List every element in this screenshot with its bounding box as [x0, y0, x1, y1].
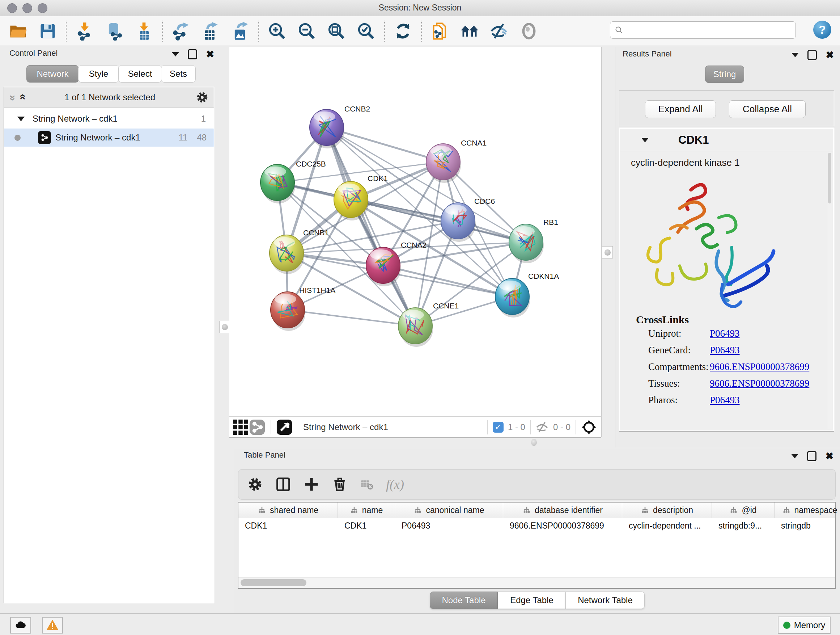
right-splitter-handle[interactable]: [602, 246, 613, 258]
gene-card-scrollbar[interactable]: [827, 152, 832, 429]
select-columns-icon[interactable]: [275, 477, 291, 492]
network-node-hist1h1a[interactable]: [271, 292, 305, 331]
export-network-icon[interactable]: [171, 21, 191, 41]
control-panel-float-icon[interactable]: [188, 49, 197, 59]
string-home-icon[interactable]: [459, 21, 480, 41]
table-cell[interactable]: stringdb:9...: [712, 518, 775, 533]
network-collection-row[interactable]: String Network – cdk1 1: [4, 110, 214, 128]
crosslink-link[interactable]: P06493: [710, 345, 740, 356]
node-label: CCNB2: [344, 105, 370, 113]
zoom-in-icon[interactable]: [267, 21, 287, 41]
level-of-detail-icon[interactable]: [519, 21, 539, 41]
horizontal-splitter-handle[interactable]: [531, 439, 537, 446]
network-edge[interactable]: [327, 127, 415, 326]
tab-string[interactable]: String: [705, 65, 744, 83]
hidden-eye-icon[interactable]: [536, 421, 549, 434]
node-label: HIST1H1A: [299, 286, 335, 295]
column-header[interactable]: @id: [712, 502, 775, 518]
crosslink-link[interactable]: 9606.ENSP00000378699: [710, 361, 809, 372]
column-header[interactable]: description: [622, 502, 712, 518]
help-icon[interactable]: ?: [813, 21, 831, 39]
column-header[interactable]: shared name: [238, 502, 338, 518]
column-header[interactable]: name: [338, 502, 395, 518]
collapse-all-button[interactable]: Collapse All: [729, 100, 806, 118]
fit-content-crosshair-icon[interactable]: [581, 419, 597, 435]
expand-all-button[interactable]: Expand All: [645, 100, 716, 118]
add-column-icon[interactable]: [303, 477, 319, 492]
table-panel-float-icon[interactable]: [807, 451, 816, 461]
table-cell[interactable]: CDK1: [338, 518, 395, 533]
memory-button[interactable]: Memory: [778, 616, 831, 634]
table-cell[interactable]: 9606.ENSP00000378699: [503, 518, 622, 533]
selected-checkbox-icon[interactable]: ✓: [493, 422, 504, 432]
search-input[interactable]: [623, 25, 791, 35]
share-network-icon[interactable]: [249, 419, 265, 435]
gene-card-header[interactable]: CDK1: [621, 129, 833, 151]
import-database-icon[interactable]: [104, 21, 125, 41]
export-table-icon[interactable]: [201, 21, 221, 41]
crosslink-link[interactable]: P06493: [710, 328, 740, 339]
import-network-icon[interactable]: [74, 21, 95, 41]
save-session-icon[interactable]: [38, 21, 58, 41]
table-cell[interactable]: stringdb: [775, 518, 840, 533]
zoom-selected-icon[interactable]: [356, 21, 376, 41]
tree-expand-icon[interactable]: [17, 117, 25, 121]
expand-all-icon[interactable]: »: [16, 95, 28, 100]
table-cell[interactable]: cyclin-dependent ...: [622, 518, 712, 533]
tab-edge-table[interactable]: Edge Table: [498, 592, 566, 609]
crosslink-link[interactable]: P06493: [710, 394, 740, 406]
export-image-icon[interactable]: [230, 21, 250, 41]
results-panel-close-icon[interactable]: ✖: [826, 51, 834, 59]
gear-icon[interactable]: [196, 91, 209, 104]
tab-style[interactable]: Style: [78, 65, 119, 82]
results-panel-float-icon[interactable]: [807, 50, 817, 60]
zoom-out-icon[interactable]: [297, 21, 317, 41]
import-table-icon[interactable]: [134, 21, 154, 41]
table-gear-icon[interactable]: [247, 477, 263, 492]
tab-select[interactable]: Select: [118, 65, 162, 82]
zoom-fit-icon[interactable]: [326, 21, 347, 41]
results-panel-menu-icon[interactable]: [791, 53, 799, 57]
network-node-ccne1[interactable]: [398, 308, 433, 347]
network-node-cdk1[interactable]: [334, 181, 369, 220]
open-session-icon[interactable]: [8, 21, 28, 41]
cloud-button[interactable]: [10, 617, 31, 633]
annotations-icon[interactable]: [430, 21, 450, 41]
node-label: CCNE1: [433, 302, 459, 310]
gene-collapse-icon[interactable]: [641, 138, 649, 142]
table-panel-menu-icon[interactable]: [791, 454, 798, 458]
control-panel-menu-icon[interactable]: [172, 52, 179, 57]
delete-column-icon[interactable]: [332, 477, 347, 492]
crosslink-link[interactable]: 9606.ENSP00000378699: [710, 378, 809, 389]
column-header[interactable]: namespace: [775, 502, 840, 518]
birdseye-grid-icon[interactable]: [232, 419, 249, 435]
tab-network-table[interactable]: Network Table: [566, 592, 645, 609]
warnings-button[interactable]: [42, 617, 63, 633]
column-header[interactable]: database identifier: [503, 502, 622, 518]
network-node-rb1[interactable]: [509, 224, 544, 263]
gene-description: cyclin-dependent kinase 1: [631, 157, 740, 168]
network-node-ccnb2[interactable]: [309, 109, 344, 149]
network-node-cdc25b[interactable]: [261, 165, 295, 203]
network-node-cdkn1a[interactable]: [495, 279, 530, 318]
table-panel-close-icon[interactable]: ✖: [825, 452, 834, 460]
table-horizontal-scrollbar[interactable]: [238, 578, 835, 588]
tab-sets[interactable]: Sets: [161, 65, 196, 82]
tab-node-table[interactable]: Node Table: [430, 592, 498, 609]
tab-network[interactable]: Network: [27, 65, 79, 82]
table-cell[interactable]: P06493: [395, 518, 503, 533]
network-row[interactable]: String Network – cdk1 11 48: [4, 128, 214, 147]
control-panel-close-icon[interactable]: ✖: [206, 50, 214, 58]
column-header[interactable]: canonical name: [395, 502, 503, 518]
network-node-ccnb1[interactable]: [270, 235, 304, 274]
left-splitter-handle[interactable]: [219, 321, 230, 333]
network-canvas[interactable]: CCNB2CCNA1CDC25BCDK1CDC6RB1CCNB1CCNA2CDK…: [229, 47, 601, 416]
refresh-layout-icon[interactable]: [393, 21, 413, 41]
hide-selected-icon[interactable]: [489, 21, 509, 41]
table-cell[interactable]: CDK1: [238, 518, 338, 533]
network-list-box: » » 1 of 1 Network selected String Netwo…: [4, 87, 214, 603]
network-node-ccna1[interactable]: [426, 144, 461, 183]
export-view-icon[interactable]: [276, 419, 293, 435]
network-edge[interactable]: [287, 310, 415, 326]
table-row[interactable]: CDK1CDK1P064939606.ENSP00000378699cyclin…: [238, 518, 835, 533]
